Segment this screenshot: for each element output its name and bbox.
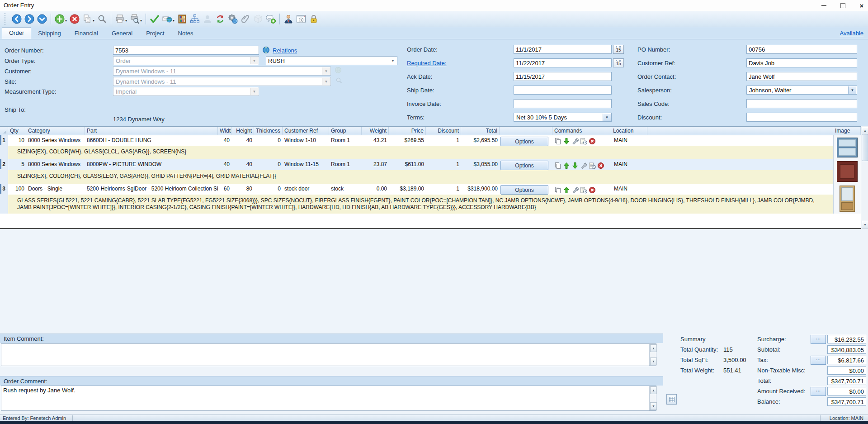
add-icon[interactable] xyxy=(53,13,66,25)
cell-qty[interactable]: 10 xyxy=(8,135,26,146)
scroll-down-icon[interactable]: ▼ xyxy=(650,357,657,365)
schedule-note-icon[interactable] xyxy=(580,138,587,145)
product-image[interactable] xyxy=(833,159,861,184)
customer-ref-input[interactable] xyxy=(746,58,857,67)
print-dropdown-caret[interactable]: ▾ xyxy=(125,19,127,23)
cell-group[interactable]: Room 1 xyxy=(329,135,362,146)
product-image[interactable] xyxy=(833,184,861,214)
cell-total[interactable]: $318,900.00 xyxy=(461,184,500,195)
cell-width[interactable]: 40 xyxy=(218,135,231,146)
grid-vertical-scrollbar[interactable]: ▲ ▼ xyxy=(861,126,868,229)
order-date-input[interactable] xyxy=(514,45,612,54)
cell-part[interactable]: 8660DH - DOUBLE HUNG xyxy=(85,135,218,146)
sync-icon[interactable] xyxy=(214,13,226,25)
ship-date-input[interactable] xyxy=(514,86,612,95)
print-preview-icon[interactable] xyxy=(128,13,141,25)
col-header-commands[interactable]: Commands xyxy=(552,127,611,135)
minimize-button[interactable] xyxy=(820,2,827,9)
required-date-link[interactable]: Required Date: xyxy=(407,60,446,67)
cell-location[interactable]: MAIN xyxy=(611,159,647,170)
cell-discount[interactable]: 1 xyxy=(426,159,461,170)
attachment-icon[interactable] xyxy=(239,13,252,25)
col-header-category[interactable]: Category xyxy=(26,127,85,135)
lock-icon[interactable] xyxy=(307,13,320,25)
copy-row-icon[interactable] xyxy=(554,162,561,169)
relations-link[interactable]: Relations xyxy=(273,47,297,54)
cell-thickness[interactable]: 0 xyxy=(254,135,283,146)
col-header-group[interactable]: Group xyxy=(329,127,362,135)
order-contact-input[interactable] xyxy=(746,72,857,81)
available-link[interactable]: Available xyxy=(840,30,863,37)
cell-thickness[interactable]: 0 xyxy=(254,159,283,170)
tax-ellipsis-button[interactable]: ... xyxy=(811,356,826,365)
search-icon[interactable] xyxy=(96,13,108,25)
forward-icon[interactable] xyxy=(23,13,36,25)
surcharge-ellipsis-button[interactable]: ... xyxy=(811,335,826,344)
send-email-dropdown-caret[interactable]: ▾ xyxy=(173,19,175,23)
workflow-icon[interactable] xyxy=(189,13,201,25)
cell-price[interactable]: $269.55 xyxy=(389,135,426,146)
edit-wrench-icon[interactable] xyxy=(571,138,579,145)
table-row[interactable]: 1 10 8000 Series Windows 8660DH - DOUBLE… xyxy=(0,135,861,159)
cell-group[interactable]: stock xyxy=(329,184,362,195)
cell-location[interactable]: MAIN xyxy=(611,184,647,195)
scrollbar-thumb[interactable] xyxy=(862,134,868,161)
move-down-icon[interactable] xyxy=(571,162,579,169)
terms-dropdown[interactable]: Net 30 10% 5 Days▼ xyxy=(514,113,612,122)
cell-location[interactable]: MAIN xyxy=(611,135,647,146)
edit-wrench-icon[interactable] xyxy=(580,162,587,169)
cell-customer-ref[interactable]: stock door xyxy=(283,184,329,195)
cell-weight[interactable]: 23.87 xyxy=(362,159,389,170)
col-header-height[interactable]: Height xyxy=(231,127,254,135)
send-email-icon[interactable] xyxy=(161,13,174,25)
settings-icon[interactable] xyxy=(226,13,239,25)
library-icon[interactable] xyxy=(176,13,189,25)
print-icon[interactable] xyxy=(113,13,126,25)
col-header-part[interactable]: Part xyxy=(85,127,218,135)
maximize-button[interactable] xyxy=(839,2,846,9)
move-up-icon[interactable] xyxy=(563,186,570,194)
col-header-location[interactable]: Location xyxy=(611,127,647,135)
table-row[interactable]: 3 100 Doors - Single 5200-Heirlooms-SglD… xyxy=(0,184,861,214)
edit-wrench-icon[interactable] xyxy=(571,186,579,194)
tab-shipping[interactable]: Shipping xyxy=(31,28,68,39)
cell-category[interactable]: 8000 Series Windows xyxy=(26,159,85,170)
add-comment-icon[interactable] xyxy=(264,13,277,25)
chevron-down-icon[interactable]: ▼ xyxy=(848,86,856,94)
col-header-thickness[interactable]: Thickness xyxy=(254,127,283,135)
print-preview-dropdown-caret[interactable]: ▾ xyxy=(140,19,142,23)
cell-width[interactable]: 40 xyxy=(218,159,231,170)
options-button[interactable]: Options xyxy=(500,137,548,146)
cell-customer-ref[interactable]: Window 1-10 xyxy=(283,135,329,146)
row-selector[interactable]: 1 xyxy=(0,135,8,159)
schedule-note-icon[interactable] xyxy=(580,186,587,194)
cell-height[interactable]: 80 xyxy=(231,184,254,195)
ack-date-input[interactable] xyxy=(514,72,612,81)
scroll-up-icon[interactable]: ▲ xyxy=(650,386,657,394)
col-header-qty[interactable]: Qty xyxy=(8,127,26,135)
tab-financial[interactable]: Financial xyxy=(68,28,105,39)
scroll-down-icon[interactable]: ▼ xyxy=(650,402,657,410)
discount-input[interactable] xyxy=(746,113,857,122)
po-number-input[interactable] xyxy=(746,45,857,54)
tab-general[interactable]: General xyxy=(105,28,139,39)
delete-row-icon[interactable] xyxy=(589,186,596,194)
col-header-image[interactable]: Image xyxy=(833,127,861,135)
cell-height[interactable]: 40 xyxy=(231,135,254,146)
cell-weight[interactable]: 0.00 xyxy=(362,184,389,195)
options-button[interactable]: Options xyxy=(500,161,548,170)
order-comment-textarea[interactable]: Rush request by Jane Wolf. xyxy=(1,386,656,411)
back-icon[interactable] xyxy=(10,13,23,25)
cell-group[interactable]: Room 1 xyxy=(329,159,362,170)
cell-qty[interactable]: 5 xyxy=(8,159,26,170)
cell-price[interactable]: $3,189.00 xyxy=(389,184,426,195)
cell-customer-ref[interactable]: Window 11-15 xyxy=(283,159,329,170)
rush-chevron-down-icon[interactable]: ▼ xyxy=(389,57,396,65)
cell-category[interactable]: 8000 Series Windows xyxy=(26,135,85,146)
copy-row-icon[interactable] xyxy=(554,138,561,145)
required-date-calendar-button[interactable]: 15 xyxy=(613,58,624,67)
delete-icon[interactable] xyxy=(68,13,81,25)
col-header-discount[interactable]: Discount xyxy=(426,127,461,135)
add-dropdown-caret[interactable]: ▾ xyxy=(65,19,67,23)
col-header-price[interactable]: Price xyxy=(389,127,426,135)
